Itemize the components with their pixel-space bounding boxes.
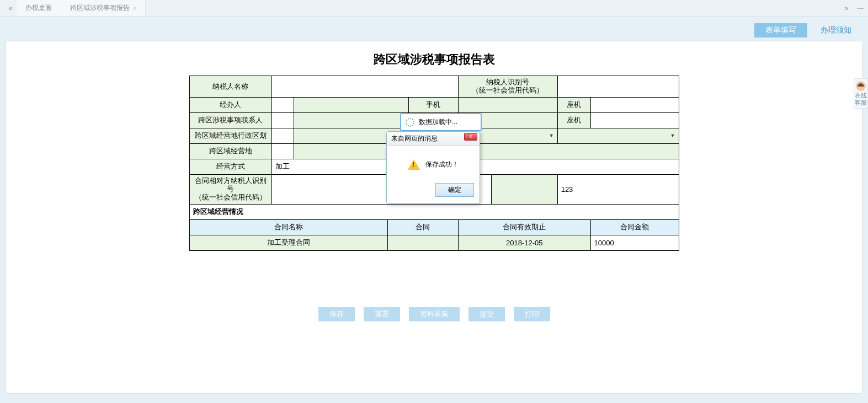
field-place-prefix[interactable] [272,143,294,159]
customer-service-float[interactable]: 在线客服 [854,78,868,109]
label-contact: 跨区涉税事项联系人 [189,112,272,128]
action-bar: 保存 重置 资料采集 提交 打印 [6,307,862,321]
field-region-part1[interactable] [272,128,294,143]
contract-row-name[interactable]: 加工受理合同 [189,235,388,250]
label-mobile: 手机 [408,97,458,112]
tab-close-icon[interactable]: × [133,5,136,12]
form-title: 跨区域涉税事项报告表 [189,41,679,76]
field-landline[interactable] [590,97,679,112]
label-taxpayer-name: 纳税人名称 [189,76,272,98]
save-button[interactable]: 保存 [318,307,355,321]
submit-button[interactable]: 提交 [468,307,505,321]
loading-text: 数据加载中... [419,117,457,127]
field-contact[interactable] [272,112,294,128]
cs-avatar-icon [856,81,866,91]
contract-row-amount[interactable]: 10000 [590,235,679,250]
alert-message: 保存成功！ [425,160,459,169]
field-contact-landline[interactable] [590,112,679,128]
contract-header-amount: 合同金额 [590,219,679,235]
main-panel: 跨区域涉税事项报告表 纳税人名称 纳税人识别号 （统一社会信用代码） 经办人 [6,41,862,394]
label-line: （统一社会信用代码） [472,86,544,94]
alert-body: 保存成功！ [387,146,480,180]
label-place: 跨区域经营地 [189,143,272,159]
cs-label: 在线客服 [855,92,867,106]
field-mobile[interactable] [458,97,557,112]
tabs-prev-button[interactable]: « [4,0,17,16]
collect-button[interactable]: 资料采集 [409,307,460,321]
subtab-row: 表单填写 办理须知 [0,22,868,39]
label-counterpart-id: 合同相对方纳税人识别号 （统一社会信用代码） [189,174,272,204]
contract-header-end: 合同有效期止 [458,219,590,235]
loading-popup: 数据加载中... [400,113,482,131]
contract-header-start: 合同 [388,219,459,235]
label-contact-landline: 座机 [557,112,590,128]
contract-header-name: 合同名称 [189,219,388,235]
window-minimize-button[interactable]: — [853,0,868,16]
label-agent: 经办人 [189,97,272,112]
label-line: 合同相对方纳税人识别号 [195,176,267,193]
alert-title-text: 来自网页的消息 [391,135,438,142]
field-counterpart-extra[interactable]: 123 [557,174,679,204]
chevron-down-icon: ▼ [549,133,554,138]
alert-footer: 确定 [387,180,480,203]
contract-row-start[interactable] [388,235,459,250]
warning-icon [408,159,420,170]
tab-desktop[interactable]: 办税桌面 [17,0,61,16]
tabs-next-button[interactable]: » [840,0,853,16]
chevron-down-icon: ▼ [670,133,675,138]
field-taxpayer-id[interactable] [557,76,679,98]
label-empty [294,97,409,112]
subtab-instructions[interactable]: 办理须知 [810,23,862,37]
reset-button[interactable]: 重置 [364,307,400,321]
field-taxpayer-name[interactable] [272,76,459,98]
alert-ok-button[interactable]: 确定 [435,183,474,197]
subtab-form-fill[interactable]: 表单填写 [754,23,807,37]
section-head-cross-region: 跨区域经营情况 [189,204,679,219]
tab-strip: « 办税桌面 跨区域涉税事项报告 × » — [0,0,868,17]
spinner-icon [406,118,414,127]
label-taxpayer-id: 纳税人识别号 （统一社会信用代码） [458,76,557,98]
field-agent[interactable] [272,97,294,112]
tab-label: 跨区域涉税事项报告 [70,3,130,13]
alert-dialog: 来自网页的消息 × 保存成功！ 确定 [386,131,480,204]
field-region-part3[interactable]: ▼ [557,128,679,143]
tab-cross-region-report[interactable]: 跨区域涉税事项报告 × [61,0,146,16]
label-empty [294,112,409,128]
alert-title: 来自网页的消息 × [387,132,480,146]
label-biz-mode: 经营方式 [189,159,272,174]
tab-label: 办税桌面 [25,3,52,13]
label-landline: 座机 [557,97,590,112]
alert-close-button[interactable]: × [464,133,477,141]
print-button[interactable]: 打印 [514,307,550,321]
field-place[interactable] [294,143,679,159]
label-region: 跨区域经营地行政区划 [189,128,272,143]
label-counterpart-extra [491,174,557,204]
label-line: 纳税人识别号 [486,78,529,86]
label-line: （统一社会信用代码） [195,193,267,201]
contract-row-end[interactable]: 2018-12-05 [458,235,590,250]
